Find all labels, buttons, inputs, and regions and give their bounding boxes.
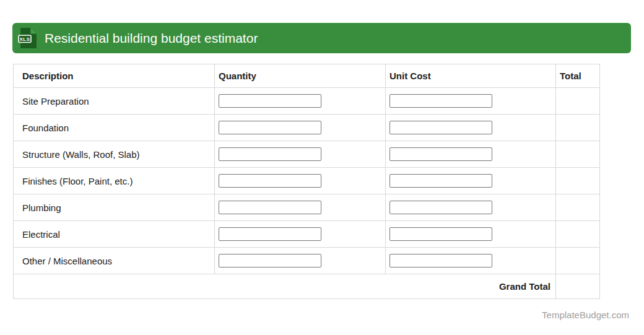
unit-cost-input[interactable] [389,174,492,188]
header-bar: XLS Residential building budget estimato… [12,23,631,53]
row-description: Other / Miscellaneous [14,248,215,274]
unit-cost-input[interactable] [389,227,492,241]
page: { "header": { "title": "Residential buil… [0,0,644,335]
quantity-cell [215,88,386,115]
table-row: Structure (Walls, Roof, Slab) [14,141,600,168]
row-total-cell [556,141,600,168]
quantity-cell [215,115,386,141]
row-description: Electrical [14,221,215,248]
row-description: Structure (Walls, Roof, Slab) [14,141,215,168]
row-description: Foundation [14,115,215,141]
quantity-input[interactable] [219,201,321,214]
quantity-input[interactable] [219,227,321,241]
column-header-total: Total [556,64,600,88]
row-description: Plumbing [14,194,215,221]
unit-cost-input[interactable] [389,94,492,108]
table-row: Other / Miscellaneous [14,248,600,274]
quantity-input[interactable] [219,94,321,108]
table-row: Finishes (Floor, Paint, etc.) [14,168,600,194]
table-row: Electrical [14,221,600,248]
quantity-input[interactable] [219,254,321,268]
row-total-cell [556,168,600,194]
unit-cost-cell [386,248,556,274]
quantity-cell [215,248,386,274]
column-header-quantity: Quantity [215,64,386,88]
column-header-description: Description [14,64,215,88]
xls-icon-label: XLS [19,37,30,42]
budget-table: Description Quantity Unit Cost Total Sit… [13,64,600,299]
grand-total-row: Grand Total [14,274,600,299]
row-total-cell [556,88,600,115]
unit-cost-cell [386,221,556,248]
table-row: Foundation [14,115,600,141]
row-description: Finishes (Floor, Paint, etc.) [14,168,215,194]
page-title: Residential building budget estimator [45,31,258,46]
table-row: Site Preparation [14,88,600,115]
row-total-cell [556,248,600,274]
column-header-unit-cost: Unit Cost [386,64,556,88]
quantity-cell [215,141,386,168]
quantity-input[interactable] [219,174,321,188]
footer-credit: TemplateBudget.com [542,310,629,320]
quantity-input[interactable] [219,121,321,134]
xls-file-icon: XLS [18,27,37,49]
unit-cost-input[interactable] [389,147,492,161]
quantity-cell [215,194,386,221]
grand-total-label: Grand Total [14,274,556,299]
quantity-cell [215,221,386,248]
unit-cost-cell [386,141,556,168]
unit-cost-cell [386,88,556,115]
grand-total-value [556,274,600,299]
row-total-cell [556,115,600,141]
unit-cost-cell [386,115,556,141]
unit-cost-input[interactable] [389,121,492,134]
unit-cost-cell [386,194,556,221]
row-description: Site Preparation [14,88,215,115]
unit-cost-cell [386,168,556,194]
quantity-input[interactable] [219,147,321,161]
table-header-row: Description Quantity Unit Cost Total [14,64,600,88]
unit-cost-input[interactable] [389,201,492,214]
row-total-cell [556,221,600,248]
table-row: Plumbing [14,194,600,221]
unit-cost-input[interactable] [389,254,492,268]
row-total-cell [556,194,600,221]
quantity-cell [215,168,386,194]
